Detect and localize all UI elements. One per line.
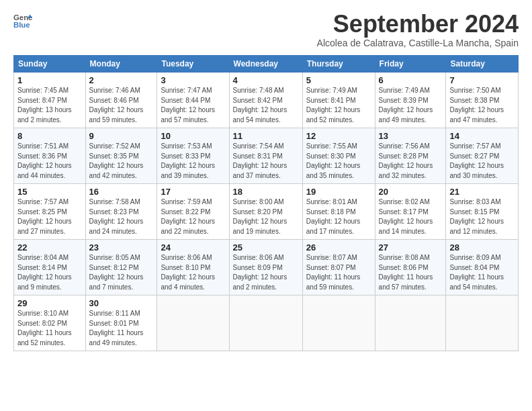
col-friday: Friday	[375, 56, 446, 73]
day-info: Sunrise: 7:51 AM Sunset: 8:36 PM Dayligh…	[17, 142, 82, 181]
day-number: 17	[161, 187, 225, 197]
day-info: Sunrise: 7:57 AM Sunset: 8:27 PM Dayligh…	[449, 142, 515, 181]
day-number: 3	[161, 75, 225, 85]
day-info: Sunrise: 7:55 AM Sunset: 8:30 PM Dayligh…	[306, 142, 371, 181]
col-thursday: Thursday	[302, 56, 375, 73]
calendar-cell	[157, 295, 229, 351]
calendar-cell: 21Sunrise: 8:03 AM Sunset: 8:15 PM Dayli…	[446, 184, 519, 240]
calendar-cell: 23Sunrise: 8:05 AM Sunset: 8:12 PM Dayli…	[85, 240, 157, 295]
calendar-cell: 26Sunrise: 8:07 AM Sunset: 8:07 PM Dayli…	[302, 240, 375, 295]
day-info: Sunrise: 8:11 AM Sunset: 8:01 PM Dayligh…	[89, 309, 154, 348]
calendar-cell: 7Sunrise: 7:50 AM Sunset: 8:38 PM Daylig…	[446, 73, 519, 128]
calendar-cell: 13Sunrise: 7:56 AM Sunset: 8:28 PM Dayli…	[375, 128, 446, 184]
day-info: Sunrise: 8:10 AM Sunset: 8:02 PM Dayligh…	[17, 309, 82, 348]
day-info: Sunrise: 7:56 AM Sunset: 8:28 PM Dayligh…	[379, 142, 443, 181]
day-number: 18	[233, 187, 299, 197]
day-info: Sunrise: 7:57 AM Sunset: 8:25 PM Dayligh…	[17, 197, 82, 236]
calendar-cell: 3Sunrise: 7:47 AM Sunset: 8:44 PM Daylig…	[157, 73, 229, 128]
calendar-cell: 16Sunrise: 7:58 AM Sunset: 8:23 PM Dayli…	[85, 184, 157, 240]
calendar-cell: 2Sunrise: 7:46 AM Sunset: 8:46 PM Daylig…	[85, 73, 157, 128]
calendar-cell: 22Sunrise: 8:04 AM Sunset: 8:14 PM Dayli…	[14, 240, 86, 295]
day-info: Sunrise: 7:49 AM Sunset: 8:41 PM Dayligh…	[306, 86, 371, 125]
day-number: 29	[17, 298, 82, 308]
calendar-cell: 8Sunrise: 7:51 AM Sunset: 8:36 PM Daylig…	[14, 128, 86, 184]
day-info: Sunrise: 8:06 AM Sunset: 8:10 PM Dayligh…	[161, 253, 225, 292]
day-number: 19	[306, 187, 371, 197]
day-number: 2	[89, 75, 154, 85]
day-info: Sunrise: 7:49 AM Sunset: 8:39 PM Dayligh…	[379, 86, 443, 125]
day-number: 7	[449, 75, 515, 85]
calendar-cell: 17Sunrise: 7:59 AM Sunset: 8:22 PM Dayli…	[157, 184, 229, 240]
day-number: 16	[89, 187, 154, 197]
day-number: 30	[89, 298, 154, 308]
day-info: Sunrise: 7:50 AM Sunset: 8:38 PM Dayligh…	[449, 86, 515, 125]
page: General Blue September 2024 Alcolea de C…	[0, 0, 532, 359]
logo: General Blue	[13, 12, 32, 31]
calendar-cell	[229, 295, 302, 351]
day-number: 24	[161, 242, 225, 253]
calendar-cell: 18Sunrise: 8:00 AM Sunset: 8:20 PM Dayli…	[229, 184, 302, 240]
day-info: Sunrise: 8:09 AM Sunset: 8:04 PM Dayligh…	[449, 253, 515, 292]
col-saturday: Saturday	[446, 56, 519, 73]
calendar-cell	[446, 295, 519, 351]
day-info: Sunrise: 7:47 AM Sunset: 8:44 PM Dayligh…	[161, 86, 225, 125]
day-number: 13	[379, 131, 443, 141]
day-info: Sunrise: 8:04 AM Sunset: 8:14 PM Dayligh…	[17, 253, 82, 292]
calendar-cell: 11Sunrise: 7:54 AM Sunset: 8:31 PM Dayli…	[229, 128, 302, 184]
calendar-cell: 12Sunrise: 7:55 AM Sunset: 8:30 PM Dayli…	[302, 128, 375, 184]
calendar-cell	[375, 295, 446, 351]
day-info: Sunrise: 8:08 AM Sunset: 8:06 PM Dayligh…	[379, 253, 443, 292]
day-info: Sunrise: 8:00 AM Sunset: 8:20 PM Dayligh…	[233, 197, 299, 236]
month-title: September 2024	[317, 12, 519, 36]
calendar-cell: 5Sunrise: 7:49 AM Sunset: 8:41 PM Daylig…	[302, 73, 375, 128]
day-number: 1	[17, 75, 82, 85]
logo-icon: General Blue	[13, 12, 32, 31]
svg-text:Blue: Blue	[13, 21, 30, 29]
day-number: 20	[379, 187, 443, 197]
calendar-cell: 15Sunrise: 7:57 AM Sunset: 8:25 PM Dayli…	[14, 184, 86, 240]
day-number: 9	[89, 131, 154, 141]
calendar-week-3: 15Sunrise: 7:57 AM Sunset: 8:25 PM Dayli…	[14, 184, 519, 240]
calendar-week-4: 22Sunrise: 8:04 AM Sunset: 8:14 PM Dayli…	[14, 240, 519, 295]
calendar-cell: 30Sunrise: 8:11 AM Sunset: 8:01 PM Dayli…	[85, 295, 157, 351]
calendar-week-2: 8Sunrise: 7:51 AM Sunset: 8:36 PM Daylig…	[14, 128, 519, 184]
title-block: September 2024 Alcolea de Calatrava, Cas…	[317, 12, 519, 48]
calendar-week-1: 1Sunrise: 7:45 AM Sunset: 8:47 PM Daylig…	[14, 73, 519, 128]
calendar-cell: 27Sunrise: 8:08 AM Sunset: 8:06 PM Dayli…	[375, 240, 446, 295]
col-sunday: Sunday	[14, 56, 86, 73]
col-monday: Monday	[85, 56, 157, 73]
header-row: Sunday Monday Tuesday Wednesday Thursday…	[14, 56, 519, 73]
day-info: Sunrise: 7:53 AM Sunset: 8:33 PM Dayligh…	[161, 142, 225, 181]
day-number: 25	[233, 242, 299, 253]
day-number: 27	[379, 242, 443, 253]
day-number: 23	[89, 242, 154, 253]
header: General Blue September 2024 Alcolea de C…	[13, 12, 519, 48]
calendar-cell: 4Sunrise: 7:48 AM Sunset: 8:42 PM Daylig…	[229, 73, 302, 128]
col-tuesday: Tuesday	[157, 56, 229, 73]
day-number: 15	[17, 187, 82, 197]
day-number: 12	[306, 131, 371, 141]
day-info: Sunrise: 7:59 AM Sunset: 8:22 PM Dayligh…	[161, 197, 225, 236]
calendar-cell: 24Sunrise: 8:06 AM Sunset: 8:10 PM Dayli…	[157, 240, 229, 295]
day-number: 14	[449, 131, 515, 141]
day-info: Sunrise: 7:54 AM Sunset: 8:31 PM Dayligh…	[233, 142, 299, 181]
day-info: Sunrise: 7:58 AM Sunset: 8:23 PM Dayligh…	[89, 197, 154, 236]
calendar-cell: 25Sunrise: 8:06 AM Sunset: 8:09 PM Dayli…	[229, 240, 302, 295]
calendar-cell: 28Sunrise: 8:09 AM Sunset: 8:04 PM Dayli…	[446, 240, 519, 295]
day-info: Sunrise: 7:46 AM Sunset: 8:46 PM Dayligh…	[89, 86, 154, 125]
day-number: 6	[379, 75, 443, 85]
col-wednesday: Wednesday	[229, 56, 302, 73]
day-info: Sunrise: 8:05 AM Sunset: 8:12 PM Dayligh…	[89, 253, 154, 292]
calendar-cell: 1Sunrise: 7:45 AM Sunset: 8:47 PM Daylig…	[14, 73, 86, 128]
day-number: 22	[17, 242, 82, 253]
calendar-cell: 9Sunrise: 7:52 AM Sunset: 8:35 PM Daylig…	[85, 128, 157, 184]
day-number: 28	[449, 242, 515, 253]
day-info: Sunrise: 8:06 AM Sunset: 8:09 PM Dayligh…	[233, 253, 299, 292]
location-title: Alcolea de Calatrava, Castille-La Mancha…	[317, 38, 519, 48]
day-number: 4	[233, 75, 299, 85]
day-number: 21	[449, 187, 515, 197]
day-info: Sunrise: 7:52 AM Sunset: 8:35 PM Dayligh…	[89, 142, 154, 181]
calendar-cell: 29Sunrise: 8:10 AM Sunset: 8:02 PM Dayli…	[14, 295, 86, 351]
calendar-cell: 19Sunrise: 8:01 AM Sunset: 8:18 PM Dayli…	[302, 184, 375, 240]
calendar-cell: 20Sunrise: 8:02 AM Sunset: 8:17 PM Dayli…	[375, 184, 446, 240]
